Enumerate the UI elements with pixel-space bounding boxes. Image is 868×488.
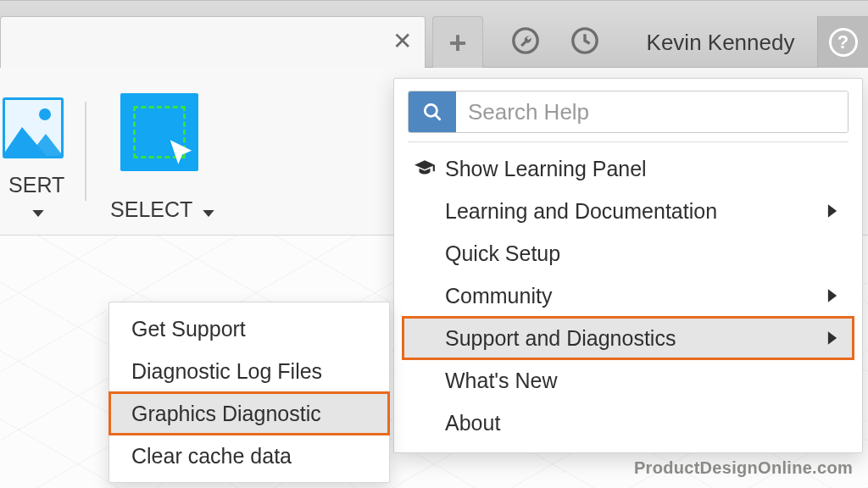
submenu-item-label: Clear cache data [131, 444, 292, 469]
help-search[interactable] [408, 91, 849, 133]
close-tab-button[interactable]: ✕ [389, 29, 415, 54]
help-button[interactable]: ? [817, 16, 868, 69]
close-icon: ✕ [392, 30, 412, 53]
toolbar-divider [85, 102, 86, 201]
menu-item-label: Show Learning Panel [445, 157, 647, 181]
active-document-tab[interactable]: ✕ [0, 16, 426, 69]
image-icon [0, 93, 66, 163]
search-input[interactable] [456, 92, 848, 132]
submenu-diagnostic-log-files[interactable]: Diagnostic Log Files [109, 350, 389, 392]
support-diagnostics-submenu: Get Support Diagnostic Log Files Graphic… [108, 302, 390, 483]
menu-item-label: Support and Diagnostics [445, 326, 676, 351]
wrench-circle-icon [511, 26, 540, 58]
menu-quick-setup[interactable]: Quick Setup [403, 232, 854, 274]
selection-icon [120, 93, 198, 171]
grad-cap-icon [413, 158, 437, 180]
menu-divider [408, 141, 849, 142]
menu-show-learning-panel[interactable]: Show Learning Panel [403, 147, 854, 190]
menu-about[interactable]: About [403, 402, 854, 444]
menu-support-diagnostics[interactable]: Support and Diagnostics [403, 317, 854, 359]
menu-item-label: About [445, 411, 500, 435]
account-username[interactable]: Kevin Kennedy [632, 16, 810, 69]
submenu-get-support[interactable]: Get Support [109, 308, 389, 350]
chevron-right-icon [826, 284, 838, 308]
cursor-icon [166, 137, 198, 173]
insert-label: SERT [0, 173, 73, 224]
menu-item-label: Learning and Documentation [445, 199, 717, 224]
toolbar-group-insert[interactable]: SERT [0, 68, 73, 236]
titlebar: ✕ + Kevin Kennedy ? [0, 0, 868, 68]
select-label: SELECT [95, 197, 231, 224]
menu-item-label: Community [445, 284, 552, 308]
submenu-graphics-diagnostic[interactable]: Graphics Diagnostic [109, 392, 389, 435]
chevron-down-icon [31, 199, 45, 224]
plus-icon: + [448, 25, 466, 61]
updates-button[interactable] [500, 16, 551, 69]
submenu-clear-cache-data[interactable]: Clear cache data [109, 435, 389, 477]
search-icon [409, 92, 456, 132]
menu-item-label: Quick Setup [445, 241, 560, 266]
menu-whats-new[interactable]: What's New [403, 359, 854, 402]
chevron-right-icon [826, 326, 838, 351]
submenu-item-label: Diagnostic Log Files [131, 359, 322, 384]
submenu-item-label: Graphics Diagnostic [131, 402, 321, 426]
clock-icon [570, 26, 599, 58]
question-icon: ? [829, 28, 858, 57]
new-tab-button[interactable]: + [432, 16, 483, 69]
chevron-down-icon [202, 199, 215, 224]
menu-community[interactable]: Community [403, 274, 854, 317]
recent-button[interactable] [559, 16, 610, 69]
watermark: ProductDesignOnline.com [634, 458, 853, 478]
help-dropdown: Show Learning Panel Learning and Documen… [393, 78, 863, 453]
menu-item-label: What's New [445, 369, 558, 393]
submenu-item-label: Get Support [131, 317, 246, 341]
chevron-right-icon [826, 199, 838, 224]
menu-learning-documentation[interactable]: Learning and Documentation [403, 190, 854, 232]
toolbar-group-select[interactable]: SELECT [95, 68, 231, 236]
